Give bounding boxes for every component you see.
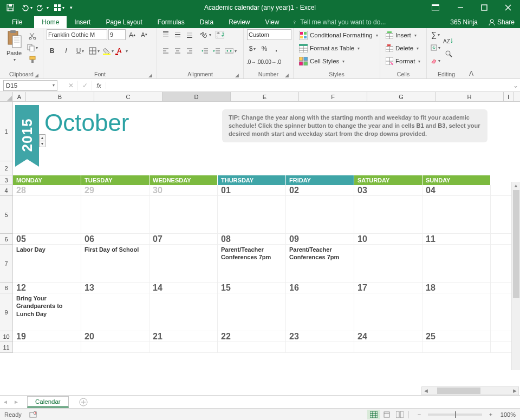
enter-formula-icon[interactable]: ✓ (78, 81, 92, 90)
ribbon-display-icon[interactable] (428, 0, 443, 15)
day-number[interactable]: 18 (422, 283, 491, 293)
clipboard-launcher-icon[interactable]: ◢ (33, 72, 40, 78)
day-number[interactable]: 08 (218, 234, 286, 244)
event-cell[interactable] (150, 342, 218, 353)
decrease-font-icon[interactable]: A▾ (139, 29, 150, 40)
event-cell[interactable] (286, 196, 354, 234)
tab-page-layout[interactable]: Page Layout (98, 16, 150, 28)
day-number[interactable]: 29 (81, 185, 150, 195)
event-cell[interactable] (150, 293, 218, 331)
format-as-table-button[interactable]: Format as Table▾ (297, 42, 376, 54)
row-header[interactable]: 9 (0, 293, 12, 331)
zoom-level[interactable]: 100% (500, 411, 516, 418)
event-cell[interactable] (354, 342, 422, 353)
alignment-launcher-icon[interactable]: ◢ (233, 72, 240, 78)
cut-icon[interactable] (27, 30, 38, 41)
border-icon[interactable]: ▾ (89, 45, 100, 56)
tab-review[interactable]: Review (221, 16, 257, 28)
share-button[interactable]: Share (483, 16, 520, 28)
font-color-icon[interactable]: A▾ (117, 45, 128, 56)
sort-filter-icon[interactable]: AZ (442, 36, 456, 47)
event-cell[interactable]: Parent/Teacher Conferences 7pm (286, 245, 354, 283)
event-cell[interactable] (81, 342, 150, 353)
tab-formulas[interactable]: Formulas (150, 16, 192, 28)
col-B[interactable]: B (26, 92, 94, 101)
event-cell[interactable]: Parent/Teacher Conferences 7pm (218, 245, 286, 283)
col-C[interactable]: C (94, 92, 162, 101)
copy-icon[interactable]: ▾ (27, 42, 38, 53)
row-header[interactable]: 10 (0, 331, 12, 342)
day-number[interactable]: 25 (422, 331, 491, 342)
bold-icon[interactable]: B (47, 45, 57, 56)
insert-function-icon[interactable]: fx (92, 82, 106, 89)
day-number[interactable]: 10 (354, 234, 422, 244)
new-sheet-icon[interactable] (77, 396, 89, 408)
font-launcher-icon[interactable]: ◢ (147, 72, 153, 78)
wrap-text-icon[interactable]: abc (212, 29, 227, 40)
event-cell[interactable] (354, 196, 422, 234)
row-header[interactable]: 5 (0, 196, 12, 234)
number-format-combo[interactable] (247, 29, 291, 40)
vertical-scrollbar[interactable]: ▲ (511, 182, 520, 370)
event-cell[interactable] (218, 293, 286, 331)
tab-file[interactable]: File (0, 16, 34, 28)
day-number[interactable]: 02 (286, 185, 354, 195)
merge-center-icon[interactable]: ▾ (223, 45, 238, 56)
day-number[interactable]: 30 (150, 185, 218, 195)
day-number[interactable]: 03 (354, 185, 422, 195)
view-page-layout-icon[interactable] (380, 410, 393, 419)
format-cells-button[interactable]: Format▾ (384, 55, 423, 67)
event-cell[interactable] (150, 196, 218, 234)
day-number[interactable]: 21 (150, 331, 218, 342)
event-cell[interactable] (218, 196, 286, 234)
cell-styles-button[interactable]: Cell Styles▾ (297, 55, 376, 67)
autosum-icon[interactable]: ∑▾ (430, 29, 441, 40)
day-number[interactable]: 19 (13, 331, 81, 342)
spinner-down-icon[interactable]: ▼ (40, 141, 45, 147)
event-cell[interactable] (286, 342, 354, 353)
scroll-left-icon[interactable]: ◀ (422, 388, 430, 393)
macro-record-icon[interactable] (29, 411, 37, 418)
align-middle-icon[interactable] (172, 29, 183, 40)
row-header[interactable]: 7 (0, 245, 12, 283)
align-bottom-icon[interactable] (184, 29, 195, 40)
sheet-nav-prev-icon[interactable]: ◄ (0, 399, 11, 405)
event-cell[interactable] (354, 293, 422, 331)
align-top-icon[interactable] (160, 29, 171, 40)
cells-grid[interactable]: 2015 ▲▼ October TIP: Change the year alo… (13, 102, 520, 353)
event-cell[interactable] (81, 196, 150, 234)
scroll-up-icon[interactable]: ▲ (512, 182, 520, 189)
event-cell[interactable] (422, 245, 491, 283)
align-right-icon[interactable] (184, 45, 195, 56)
close-button[interactable] (496, 0, 520, 15)
redo-icon[interactable]: ▾ (35, 1, 51, 14)
conditional-formatting-button[interactable]: Conditional Formatting▾ (297, 29, 376, 41)
select-all-cell[interactable] (0, 92, 13, 101)
day-number[interactable]: 20 (81, 331, 150, 342)
event-cell[interactable]: Bring Your Grandparents to Lunch Day (13, 293, 81, 331)
increase-font-icon[interactable]: A▴ (127, 29, 138, 40)
col-I[interactable]: I (504, 92, 514, 101)
tab-view[interactable]: View (258, 16, 287, 28)
expand-formula-bar-icon[interactable]: ⌄ (511, 82, 520, 89)
undo-icon[interactable]: ▾ (18, 1, 35, 14)
day-number[interactable]: 24 (354, 331, 422, 342)
day-number[interactable]: 15 (218, 283, 286, 293)
find-select-icon[interactable] (442, 49, 456, 60)
collapse-ribbon-icon[interactable]: ᐱ (466, 28, 477, 78)
col-H[interactable]: H (435, 92, 504, 101)
row-header[interactable]: 8 (0, 283, 12, 293)
formula-input[interactable] (106, 82, 511, 89)
maximize-button[interactable] (472, 0, 496, 15)
event-cell[interactable]: First Day of School (81, 245, 150, 283)
font-name-combo[interactable] (47, 29, 107, 40)
day-number[interactable]: 09 (286, 234, 354, 244)
decrease-decimal-icon[interactable]: .00→.0 (264, 56, 281, 67)
day-number[interactable]: 17 (354, 283, 422, 293)
day-number[interactable]: 22 (218, 331, 286, 342)
day-number[interactable]: 12 (13, 283, 81, 293)
fill-color-icon[interactable]: ▾ (103, 45, 114, 56)
row-header[interactable]: 6 (0, 234, 12, 245)
number-launcher-icon[interactable]: ◢ (283, 72, 290, 78)
day-number[interactable]: 04 (422, 185, 491, 195)
